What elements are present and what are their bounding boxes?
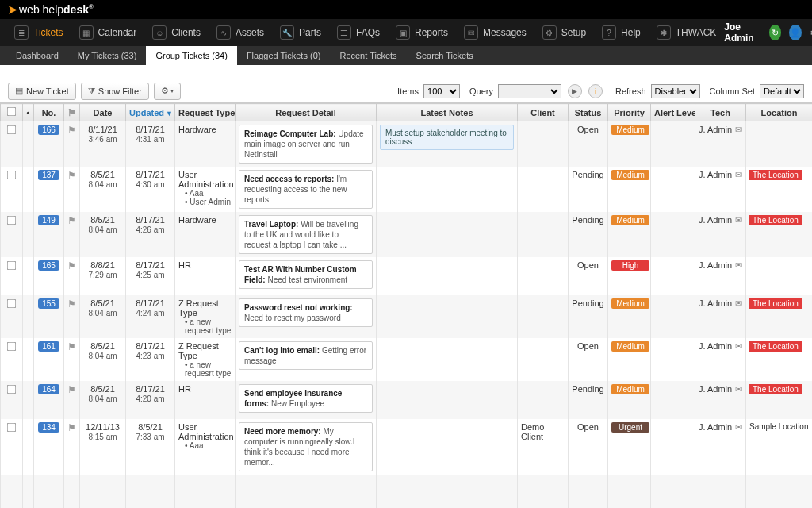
col-detail[interactable]: Request Detail (236, 104, 377, 121)
mail-icon[interactable]: ✉ (735, 260, 742, 270)
row-checkbox[interactable] (7, 171, 17, 180)
request-detail[interactable]: Need access to reports: I'm requesting a… (239, 170, 373, 209)
tech-cell: J. Admin✉ (695, 121, 746, 167)
col-date[interactable]: Date (80, 104, 126, 121)
subtab[interactable]: Flagged Tickets (0) (237, 46, 331, 65)
col-location[interactable]: Location (746, 104, 813, 121)
subtab[interactable]: Dashboard (6, 46, 68, 65)
table-row[interactable]: 165⚑8/8/217:29 am8/17/214:25 amHRTest AR… (1, 257, 813, 295)
table-row[interactable]: 137⚑8/5/218:04 am8/17/214:30 amUser Admi… (1, 167, 813, 212)
mail-icon[interactable]: ✉ (735, 125, 742, 134)
col-status[interactable]: Status (569, 104, 608, 121)
request-detail[interactable]: Send employee Insurance forms: New Emplo… (239, 384, 373, 413)
ticket-number[interactable]: 155 (38, 298, 59, 309)
avatar-icon[interactable]: 👤 (789, 25, 801, 40)
columnset-select[interactable]: Default (760, 84, 804, 98)
mail-icon[interactable]: ✉ (735, 298, 742, 308)
query-run-button[interactable]: ▶ (568, 84, 582, 98)
ticket-number[interactable]: 165 (38, 260, 59, 271)
select-all-checkbox[interactable] (7, 107, 17, 117)
nav-item-help[interactable]: ?Help (594, 19, 649, 46)
flag-icon[interactable]: ⚑ (67, 298, 76, 310)
nav-item-reports[interactable]: ▣Reports (388, 19, 456, 46)
ticket-number[interactable]: 161 (38, 341, 59, 352)
mail-icon[interactable]: ✉ (735, 170, 742, 179)
show-filter-label: Show Filter (98, 87, 142, 96)
subtab[interactable]: Recent Tickets (330, 46, 406, 65)
items-select[interactable]: 100 (423, 84, 460, 98)
nav-label: Reports (415, 27, 448, 38)
nav-item-setup[interactable]: ⚙Setup (534, 19, 594, 46)
col-tech[interactable]: Tech (695, 104, 746, 121)
flag-icon[interactable]: ⚑ (67, 260, 76, 271)
subtab[interactable]: Group Tickets (34) (146, 46, 236, 65)
mail-icon[interactable]: ✉ (735, 341, 742, 351)
nav-item-clients[interactable]: ☺Clients (144, 19, 209, 46)
nav-item-thwack[interactable]: ✱THWACK (649, 19, 725, 46)
col-bullet[interactable]: • (23, 104, 34, 121)
row-checkbox[interactable] (7, 299, 17, 309)
request-detail[interactable]: Reimage Computer Lab: Update main image … (239, 125, 373, 164)
nav-item-parts[interactable]: 🔧Parts (272, 19, 329, 46)
nav-item-calendar[interactable]: ▦Calendar (71, 19, 145, 46)
flag-icon[interactable]: ⚑ (67, 384, 76, 395)
col-no[interactable]: No. (34, 104, 64, 121)
nav-label: Calendar (98, 27, 137, 38)
mail-icon[interactable]: ✉ (735, 215, 742, 225)
col-notes[interactable]: Latest Notes (377, 104, 518, 121)
col-flag[interactable]: ⚑ (64, 104, 80, 121)
row-checkbox[interactable] (7, 423, 17, 433)
toolbar: ▤ New Ticket ⧩ Show Filter ⚙▾ Items 100 … (0, 79, 812, 103)
row-checkbox[interactable] (7, 216, 17, 225)
nav-item-messages[interactable]: ✉Messages (456, 19, 534, 46)
flag-icon[interactable]: ⚑ (67, 341, 76, 352)
flag-icon[interactable]: ⚑ (67, 125, 76, 136)
row-checkbox[interactable] (7, 125, 17, 135)
row-checkbox[interactable] (7, 261, 17, 271)
subtab[interactable]: My Tickets (33) (68, 46, 147, 65)
ticket-number[interactable]: 164 (38, 384, 59, 394)
query-select[interactable] (498, 84, 561, 98)
request-detail[interactable]: Travel Laptop: Will be travelling to the… (239, 215, 373, 254)
col-select[interactable] (1, 104, 23, 121)
table-row[interactable]: 161⚑8/5/218:04 am8/17/214:23 amZ Request… (1, 338, 813, 381)
mail-icon[interactable]: ✉ (735, 384, 742, 394)
new-ticket-button[interactable]: ▤ New Ticket (8, 83, 76, 100)
table-row[interactable]: 164⚑8/5/218:04 am8/17/214:20 amHRSend em… (1, 381, 813, 419)
col-alert[interactable]: Alert Level (651, 104, 695, 121)
table-row[interactable]: 149⚑8/5/218:04 am8/17/214:26 amHardwareT… (1, 212, 813, 257)
settings-menu-button[interactable]: ⚙▾ (154, 83, 181, 100)
request-detail[interactable]: Need more memory: My computer is running… (239, 422, 373, 471)
ticket-number[interactable]: 149 (38, 215, 59, 225)
col-updated[interactable]: Updated▼ (126, 104, 175, 121)
ticket-number[interactable]: 134 (38, 422, 59, 433)
table-row[interactable]: 155⚑8/5/218:04 am8/17/214:24 amZ Request… (1, 295, 813, 338)
col-client[interactable]: Client (518, 104, 569, 121)
subtab[interactable]: Search Tickets (407, 46, 483, 65)
ticket-number[interactable]: 137 (38, 170, 59, 180)
col-reqtype[interactable]: Request Type (175, 104, 236, 121)
tech-cell: J. Admin✉ (695, 381, 746, 419)
flag-icon[interactable]: ⚑ (67, 422, 76, 433)
nav-item-assets[interactable]: ∿Assets (209, 19, 272, 46)
nav-item-faqs[interactable]: ☰FAQs (329, 19, 388, 46)
request-detail[interactable]: Test AR With Number Custom Field: Need t… (239, 260, 373, 289)
row-checkbox[interactable] (7, 342, 17, 352)
request-type-cell: User AdministrationAaaUser Admin (175, 167, 236, 212)
status-indicator-icon[interactable]: ↻ (769, 25, 781, 40)
row-checkbox[interactable] (7, 385, 17, 394)
table-row[interactable]: 134⚑12/11/138:15 am8/5/217:33 amUser Adm… (1, 419, 813, 475)
mail-icon[interactable]: ✉ (735, 422, 742, 432)
flag-icon[interactable]: ⚑ (67, 170, 76, 181)
show-filter-button[interactable]: ⧩ Show Filter (81, 83, 149, 100)
flag-icon[interactable]: ⚑ (67, 215, 76, 226)
refresh-select[interactable]: Disabled (651, 84, 700, 98)
nav-item-tickets[interactable]: ≣Tickets (6, 19, 71, 46)
ticket-number[interactable]: 166 (38, 125, 59, 135)
request-detail[interactable]: Password reset not working: Need to rese… (239, 298, 373, 327)
latest-note: Must setup stakeholder meeting to discus… (380, 125, 514, 150)
query-info-button[interactable]: i (588, 84, 603, 98)
col-priority[interactable]: Priority (608, 104, 651, 121)
table-row[interactable]: 166⚑8/11/213:46 am8/17/214:31 amHardware… (1, 121, 813, 167)
request-detail[interactable]: Can't log into email: Getting error mess… (239, 341, 373, 370)
